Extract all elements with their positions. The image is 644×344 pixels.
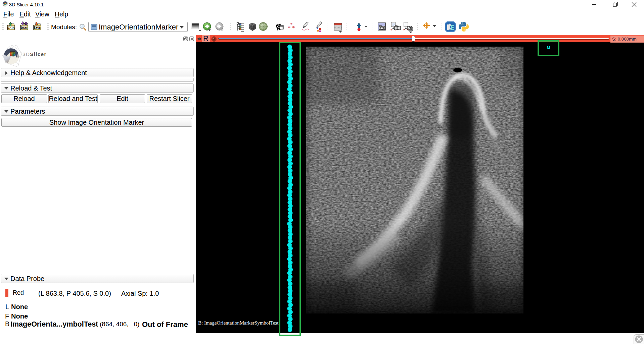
svg-text:*: *: [292, 25, 295, 31]
svg-text:*: *: [288, 25, 291, 31]
svg-text:DCM: DCM: [21, 26, 27, 30]
svg-text:SAVE: SAVE: [34, 26, 41, 30]
svg-text:DATA: DATA: [7, 26, 15, 30]
